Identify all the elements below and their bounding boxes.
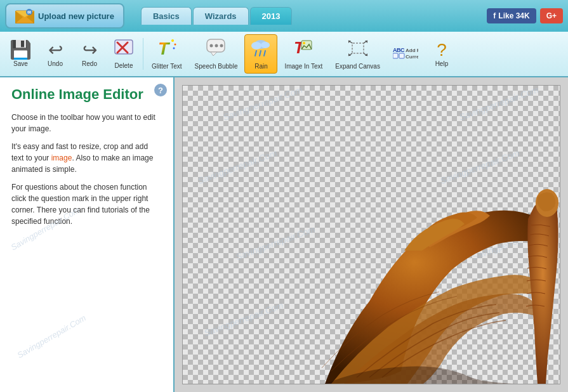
sidebar-para-3: For questions about the chosen function … <box>11 181 162 227</box>
svg-point-12 <box>173 48 175 49</box>
watermark-canvas-7: Savingperrepair.Com <box>202 300 284 338</box>
help-button[interactable]: ? Help <box>425 34 458 74</box>
rain-button[interactable]: Rain <box>244 34 277 74</box>
image-in-text-label: Image In Text <box>284 63 322 70</box>
svg-text:T: T <box>158 39 171 58</box>
svg-text:Current 0: Current 0 <box>406 54 418 60</box>
tab-group: Basics Wizards 2013 <box>141 7 293 25</box>
svg-line-24 <box>260 51 261 56</box>
svg-point-11 <box>174 44 176 46</box>
watermark-canvas-1: Savingperrepair.Com <box>221 85 303 122</box>
facebook-label: Like 34K <box>498 11 529 20</box>
upload-icon: ✉ <box>15 8 34 23</box>
save-label: Save <box>13 60 28 67</box>
speech-bubble-icon <box>206 38 227 62</box>
svg-point-19 <box>220 44 223 48</box>
facebook-button[interactable]: f Like 34K <box>487 8 536 23</box>
expand-canvas-icon <box>347 38 369 62</box>
rain-icon <box>250 38 272 62</box>
sidebar-title: Online Image Editor <box>11 86 162 103</box>
redo-icon: ↪ <box>83 41 97 59</box>
expand-canvas-label: Expand Canvas <box>335 63 380 70</box>
svg-line-25 <box>264 51 265 56</box>
sidebar-para-1: Choose in the toolbar how you want to ed… <box>11 112 162 134</box>
upload-label: Upload new picture <box>38 11 114 21</box>
image-in-text-button[interactable]: T Image In Text <box>279 34 328 74</box>
speech-bubble-label: Speech Bubble <box>195 63 238 70</box>
upload-button[interactable]: ✉ Upload new picture <box>5 3 124 29</box>
svg-rect-43 <box>393 53 398 58</box>
help-icon: ? <box>437 41 447 59</box>
delete-button[interactable]: Delete <box>107 34 140 74</box>
canvas-inner: Savingperrepair.Com Savingperrepair.Com … <box>182 85 560 384</box>
svg-point-18 <box>215 44 218 48</box>
header-bar: ✉ Upload new picture Basics Wizards 2013… <box>0 0 568 32</box>
sidebar: ? Online Image Editor Choose in the tool… <box>0 77 175 392</box>
redo-button[interactable]: ↪ Redo <box>73 34 106 74</box>
svg-rect-44 <box>399 53 404 58</box>
animation-button[interactable]: A B C Add Frame Current 0 <box>387 34 424 74</box>
svg-text:C: C <box>400 47 405 53</box>
help-label: Help <box>435 60 449 67</box>
svg-point-17 <box>209 44 213 48</box>
glitter-text-button[interactable]: T Glitter Text <box>146 34 188 74</box>
social-group: f Like 34K G+ <box>487 8 563 23</box>
image-in-text-icon: T <box>293 38 314 62</box>
delete-icon <box>114 39 134 61</box>
svg-text:Add Frame: Add Frame <box>406 48 418 53</box>
svg-rect-29 <box>352 43 364 53</box>
save-icon: 💾 <box>10 41 32 59</box>
animation-icon: A B C Add Frame Current 0 <box>393 44 418 63</box>
tab-2013[interactable]: 2013 <box>250 7 293 25</box>
speech-bubble-button[interactable]: Speech Bubble <box>189 34 244 74</box>
undo-button[interactable]: ↩ Undo <box>39 34 72 74</box>
undo-icon: ↩ <box>48 41 63 59</box>
undo-label: Undo <box>48 60 63 67</box>
canvas-area: Savingperrepair.Com Savingperrepair.Com … <box>175 77 568 392</box>
svg-point-22 <box>261 42 270 48</box>
redo-label: Redo <box>82 60 97 67</box>
save-button[interactable]: 💾 Save <box>4 34 37 74</box>
svg-line-23 <box>255 51 256 56</box>
svg-point-28 <box>303 42 305 44</box>
sidebar-para-2: It's easy and fast to resize, crop and a… <box>11 141 162 175</box>
watermark-sidebar-2: Savingperrepair.Com <box>15 313 87 360</box>
rain-label: Rain <box>254 63 268 70</box>
tab-basics[interactable]: Basics <box>141 7 192 25</box>
svg-marker-16 <box>211 52 217 56</box>
watermark-canvas-2: Savingperrepair.Com <box>458 85 539 122</box>
googleplus-label: G+ <box>546 11 557 20</box>
googleplus-button[interactable]: G+ <box>540 8 563 23</box>
svg-text:✉: ✉ <box>27 10 31 15</box>
glitter-text-label: Glitter Text <box>152 63 182 70</box>
delete-label: Delete <box>115 62 133 69</box>
toolbar: 💾 Save ↩ Undo ↪ Redo Delete T <box>0 32 568 77</box>
expand-canvas-button[interactable]: Expand Canvas <box>329 34 386 74</box>
glitter-text-icon: T <box>156 38 178 62</box>
main-area: ? Online Image Editor Choose in the tool… <box>0 77 568 392</box>
envelope-icon: ✉ <box>15 8 34 23</box>
sidebar-help-button[interactable]: ? <box>154 84 167 96</box>
highlight-text: image <box>51 154 72 162</box>
bird-wing-image <box>293 143 560 384</box>
tab-wizards[interactable]: Wizards <box>193 7 249 25</box>
watermark-canvas-3: Savingperrepair.Com <box>196 148 278 186</box>
separator-1 <box>143 38 143 70</box>
svg-point-21 <box>251 42 261 49</box>
facebook-icon: f <box>493 11 496 20</box>
